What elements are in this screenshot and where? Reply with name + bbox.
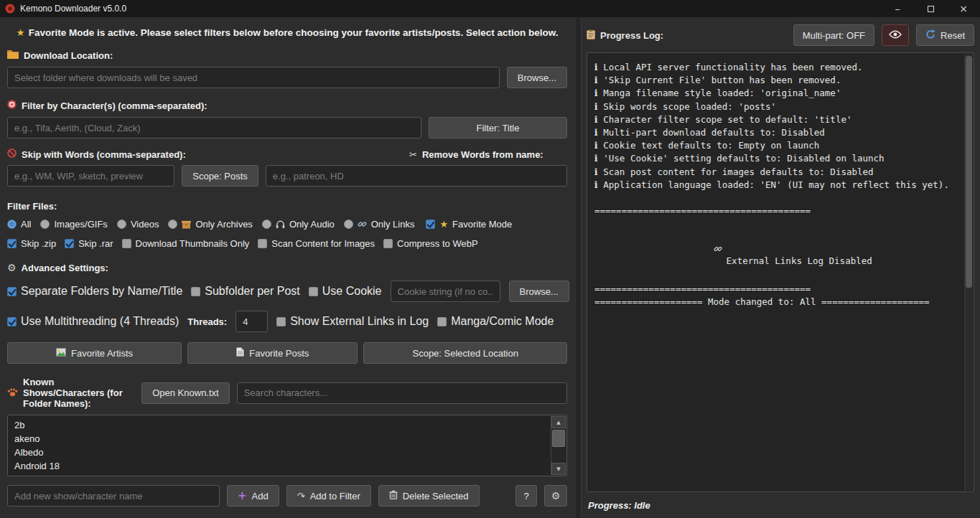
panel-splitter[interactable]: [577, 17, 582, 518]
reset-button[interactable]: Reset: [916, 24, 974, 46]
add-character-button[interactable]: + Add: [227, 485, 279, 507]
app-window: Kemono Downloader v5.0.0 – × ★Favorite M…: [0, 0, 980, 518]
checkbox-download-thumbnails[interactable]: Download Thumbnails Only: [122, 238, 250, 249]
skip-scope-button[interactable]: Scope: Posts: [182, 165, 258, 187]
skip-words-input[interactable]: [7, 165, 174, 187]
checkbox-favorite-mode[interactable]: ★ Favorite Mode: [426, 219, 512, 230]
window-title: Kemono Downloader v5.0.0: [20, 4, 126, 14]
add-to-filter-button[interactable]: ↷ Add to Filter: [286, 485, 371, 507]
filter-scope-button[interactable]: Filter: Title: [429, 117, 567, 138]
banner-text: Favorite Mode is active. Please select f…: [29, 27, 559, 38]
checkbox-skip-zip[interactable]: Skip .zip: [7, 238, 56, 249]
delete-selected-button[interactable]: Delete Selected: [378, 485, 480, 507]
log-visibility-button[interactable]: [882, 24, 909, 46]
minimize-button[interactable]: –: [881, 0, 914, 17]
filter-files-label: Filter Files:: [7, 201, 567, 212]
multipart-toggle-button[interactable]: Multi-part: OFF: [793, 24, 874, 46]
checkbox-box: [7, 287, 17, 296]
checkbox-compress-webp[interactable]: Compress to WebP: [383, 238, 477, 249]
radio-dot: [344, 220, 353, 229]
gear-icon: ⚙: [551, 490, 561, 501]
open-known-txt-button[interactable]: Open Known.txt: [141, 382, 230, 404]
radio-only-links[interactable]: Only Links: [344, 219, 415, 230]
up-arrow-icon: ▲: [556, 420, 560, 425]
star-icon: ★: [17, 27, 25, 38]
radio-dot: [168, 220, 177, 229]
archive-icon: [182, 220, 191, 229]
progress-status: Progress: Idle: [588, 500, 973, 511]
radio-dot: [262, 220, 271, 229]
checkbox-box: [122, 239, 131, 248]
character-filter-input[interactable]: [7, 117, 421, 138]
maximize-button[interactable]: [914, 0, 947, 17]
add-character-input[interactable]: [7, 485, 220, 507]
radio-dot: [40, 220, 50, 229]
checkbox-box: [65, 239, 74, 248]
browse-cookie-button[interactable]: Browse...: [509, 281, 569, 302]
radio-videos[interactable]: Videos: [117, 219, 159, 230]
checkbox-show-external-links[interactable]: Show External Links in Log: [276, 315, 429, 328]
star-icon: ★: [439, 219, 448, 230]
titlebar: Kemono Downloader v5.0.0 – ×: [0, 0, 980, 17]
log-line: ℹ Scan post content for images defaults …: [594, 166, 956, 179]
threads-input[interactable]: [235, 311, 268, 332]
target-icon: [7, 100, 17, 111]
log-header: Progress Log: Multi-part: OFF Reset: [587, 24, 974, 46]
radio-images-gifs[interactable]: Images/GIFs: [40, 219, 107, 230]
scrollbar-thumb[interactable]: [552, 430, 565, 447]
trash-icon: [389, 490, 398, 501]
checkbox-skip-rar[interactable]: Skip .rar: [65, 238, 113, 249]
settings-button[interactable]: ⚙: [544, 485, 567, 507]
log-line: ℹ Character filter scope set to default:…: [594, 113, 956, 126]
scrollbar-track[interactable]: [551, 428, 566, 463]
favorite-artists-button[interactable]: Favorite Artists: [7, 342, 182, 364]
favorite-posts-button[interactable]: Favorite Posts: [187, 342, 358, 364]
reset-icon: [925, 29, 935, 42]
checkbox-multithreading[interactable]: Use Multithreading (4 Threads): [7, 315, 179, 328]
log-line: ℹ Multi-part download defaults to: Disab…: [594, 126, 956, 139]
character-search-input[interactable]: [237, 382, 567, 404]
scope-selected-location-button[interactable]: Scope: Selected Location: [363, 342, 567, 364]
log-line: ℹ 'Skip Current File' button has been re…: [594, 74, 956, 87]
checkbox-scan-content[interactable]: Scan Content for Images: [258, 238, 375, 249]
close-button[interactable]: ×: [947, 0, 980, 17]
gear-icon: ⚙: [7, 262, 17, 273]
log-scrollbar-thumb[interactable]: [966, 56, 972, 288]
remove-words-input[interactable]: [266, 165, 567, 187]
radio-only-audio[interactable]: Only Audio: [262, 219, 335, 230]
browse-download-button[interactable]: Browse...: [507, 67, 567, 88]
checkbox-box: [7, 239, 17, 248]
list-scrollbar[interactable]: ▲ ▼: [551, 416, 566, 475]
scroll-down-button[interactable]: ▼: [551, 463, 566, 475]
checkbox-subfolder-per-post[interactable]: Subfolder per Post: [191, 285, 300, 298]
checkbox-box: [258, 239, 267, 248]
help-button[interactable]: ?: [515, 485, 537, 507]
settings-panel: ★Favorite Mode is active. Please select …: [0, 17, 577, 518]
cookie-string-input[interactable]: [391, 281, 500, 302]
log-line: [594, 192, 956, 204]
log-line: ℹ Application language loaded: 'EN' (UI …: [594, 179, 956, 192]
list-item[interactable]: 2b: [14, 418, 546, 432]
log-line: ==================== Mode changed to: Al…: [594, 296, 956, 309]
remove-words-label: ✂ Remove Words from name:: [409, 149, 543, 160]
scroll-up-button[interactable]: ▲: [551, 416, 566, 428]
log-line: ℹ Skip words scope loaded: 'posts': [594, 100, 956, 113]
list-item[interactable]: Android 21: [14, 473, 546, 476]
progress-log-output[interactable]: ℹ Local API server functionality has bee…: [587, 52, 974, 492]
main-content: ★Favorite Mode is active. Please select …: [0, 17, 980, 518]
radio-all[interactable]: All: [7, 219, 31, 230]
headphones-icon: [276, 220, 285, 229]
list-item[interactable]: akeno: [14, 432, 546, 446]
log-scrollbar[interactable]: [964, 54, 973, 491]
threads-label: Threads:: [187, 316, 227, 327]
progress-panel: Progress Log: Multi-part: OFF Reset: [582, 17, 980, 518]
known-characters-list[interactable]: 2b akeno Albedo Android 18 Android 21 ▲ …: [7, 415, 567, 476]
radio-only-archives[interactable]: Only Archives: [168, 219, 252, 230]
checkbox-use-cookie[interactable]: Use Cookie: [309, 285, 382, 298]
checkbox-manga-mode[interactable]: Manga/Comic Mode: [437, 315, 554, 328]
minimize-icon: –: [895, 3, 900, 14]
download-location-input[interactable]: [7, 67, 500, 88]
list-item[interactable]: Android 18: [14, 459, 546, 473]
checkbox-separate-folders[interactable]: Separate Folders by Name/Title: [7, 285, 182, 298]
list-item[interactable]: Albedo: [14, 446, 546, 459]
